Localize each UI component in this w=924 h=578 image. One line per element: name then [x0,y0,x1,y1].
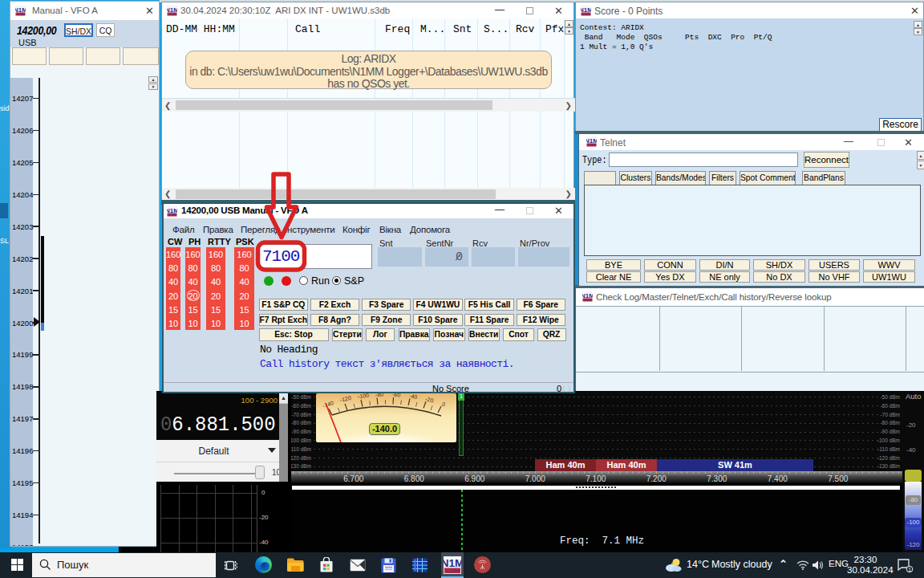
svg-text:-40: -40 [409,393,418,400]
svg-text:-20: -20 [425,396,435,403]
svg-text:1: 1 [908,567,911,572]
svg-text:-100: -100 [357,393,369,400]
svg-text:N1MM: N1MM [445,568,460,573]
svg-text:N1MM: N1MM [16,13,25,16]
svg-text:N1MM: N1MM [587,144,596,147]
svg-text:N1MM: N1MM [583,299,592,302]
svg-text:-140: -140 [322,400,334,409]
svg-text:-60: -60 [392,393,401,397]
svg-text:N1MM: N1MM [168,13,176,16]
svg-text:0: 0 [441,401,446,408]
svg-text:N1MM: N1MM [582,13,590,16]
svg-text:-80: -80 [375,393,384,397]
svg-text:-120: -120 [339,395,351,403]
svg-text:N1MM: N1MM [168,214,176,217]
